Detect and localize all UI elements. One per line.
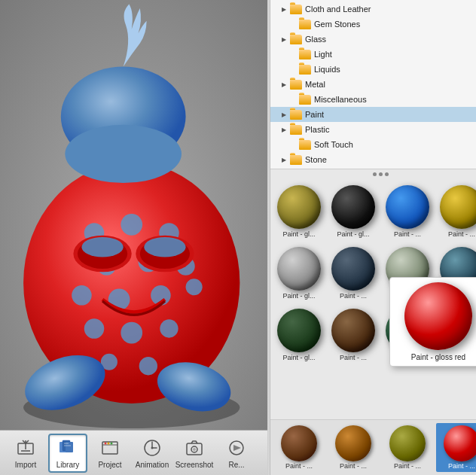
- svg-point-10: [72, 285, 92, 306]
- material-item-3[interactable]: Paint - ...: [382, 182, 433, 241]
- tree-item-plastic[interactable]: Plastic: [270, 122, 476, 137]
- tree-item-cloth-leather[interactable]: Cloth and Leather: [270, 2, 476, 17]
- svg-point-38: [105, 443, 107, 445]
- svg-point-21: [81, 237, 123, 257]
- import-button[interactable]: Import: [6, 434, 45, 473]
- library-label: Library: [56, 461, 80, 469]
- screenshot-icon: [183, 437, 206, 459]
- material-item-1[interactable]: Paint - gl...: [273, 182, 325, 241]
- folder-icon-misc: [299, 95, 311, 105]
- materials-bottom-row: Paint - ... Paint - ... Paint - ... Pain…: [273, 423, 476, 472]
- library-button[interactable]: Library: [48, 434, 87, 473]
- material-item-10[interactable]: Paint - ...: [328, 306, 379, 364]
- material-label-1: Paint - gl...: [276, 230, 322, 238]
- dots-bar: [270, 169, 476, 179]
- folder-icon-liquids: [299, 65, 311, 75]
- svg-point-42: [151, 447, 154, 449]
- material-label-4: Paint - ...: [439, 230, 476, 238]
- tree-label-paint: Paint: [305, 110, 324, 119]
- material-item-5[interactable]: Paint - gl...: [273, 244, 325, 303]
- material-ball-6: [331, 247, 375, 291]
- material-label-9: Paint - gl...: [276, 354, 322, 361]
- folder-icon-glass: [290, 35, 302, 44]
- project-icon: [99, 437, 121, 459]
- material-label-6: Paint - ...: [331, 292, 376, 300]
- tree-item-gem[interactable]: Gem Stones: [270, 17, 476, 32]
- import-icon: [14, 437, 37, 459]
- material-ball-3: [386, 185, 429, 229]
- mat-label-15: Paint - ...: [394, 462, 421, 470]
- material-ball-10: [331, 309, 375, 352]
- mat-cell-16[interactable]: Paint - ...: [436, 423, 476, 472]
- project-button[interactable]: Project: [90, 434, 130, 473]
- svg-point-45: [193, 448, 196, 451]
- material-ball-5: [277, 247, 321, 291]
- folder-icon-paint: [290, 110, 302, 120]
- mat-cell-14[interactable]: Paint - ...: [328, 423, 379, 472]
- project-label: Project: [98, 461, 121, 469]
- svg-point-40: [111, 443, 113, 445]
- material-item-6[interactable]: Paint - ...: [328, 244, 379, 303]
- tree-arrow-glass: [279, 35, 288, 44]
- tree-label-gem: Gem Stones: [314, 20, 360, 29]
- library-icon: [56, 437, 79, 459]
- import-label: Import: [15, 461, 36, 469]
- tree-arrow-metal: [279, 80, 288, 89]
- mat-cell-13[interactable]: Paint - ...: [273, 423, 325, 472]
- tree-item-light[interactable]: Light: [270, 47, 476, 62]
- mat-cell-15[interactable]: Paint - ...: [382, 423, 433, 472]
- svg-point-27: [65, 125, 182, 183]
- screenshot-label: Screenshot: [175, 461, 214, 469]
- svg-point-16: [160, 319, 178, 337]
- tree-label-metal: Metal: [305, 80, 325, 89]
- svg-point-39: [108, 443, 110, 445]
- dot-2: [379, 172, 383, 176]
- material-item-9[interactable]: Paint - gl...: [273, 306, 325, 364]
- material-label-10: Paint - ...: [331, 354, 376, 361]
- material-item-4[interactable]: Paint - ...: [436, 182, 476, 241]
- tree-label-glass: Glass: [305, 35, 326, 44]
- svg-point-15: [121, 322, 142, 344]
- material-tree: Cloth and Leather Gem Stones Glass Light…: [270, 0, 476, 169]
- material-ball-2: [331, 185, 375, 229]
- tooltip-label: Paint - gloss red: [411, 353, 465, 361]
- tree-item-stone[interactable]: Stone: [270, 152, 476, 167]
- svg-point-24: [144, 237, 185, 257]
- tree-label-cloth: Cloth and Leather: [305, 5, 371, 14]
- folder-icon-metal: [290, 80, 302, 90]
- mat-ball-15: [389, 425, 426, 461]
- tree-label-liquids: Liquids: [314, 65, 340, 74]
- screenshot-button[interactable]: Screenshot: [175, 434, 214, 473]
- folder-icon-stone: [290, 155, 302, 165]
- dot-1: [373, 172, 377, 176]
- tree-item-glass[interactable]: Glass: [270, 32, 476, 47]
- animation-button[interactable]: Animation: [133, 434, 172, 473]
- mat-label-16: Paint - ...: [448, 462, 475, 470]
- tree-label-stone: Stone: [305, 155, 327, 164]
- tree-item-softtouch[interactable]: Soft Touch: [270, 137, 476, 152]
- render-button[interactable]: Re...: [217, 434, 256, 473]
- tree-arrow-paint: [279, 110, 288, 119]
- tree-item-misc[interactable]: Miscellaneous: [270, 92, 476, 107]
- material-ball-4: [440, 185, 476, 229]
- folder-icon-plastic: [290, 125, 302, 135]
- tree-arrow-stone: [279, 155, 288, 164]
- animation-icon: [141, 437, 163, 459]
- viewport-panel: Import Library: [0, 0, 267, 475]
- mat-ball-16: [444, 425, 476, 461]
- toolbar: Import Library: [0, 430, 267, 475]
- svg-point-18: [139, 357, 157, 375]
- tooltip-card: Paint - gloss red: [389, 277, 476, 367]
- folder-icon-soft: [299, 140, 311, 150]
- tree-item-liquids[interactable]: Liquids: [270, 62, 476, 77]
- tree-item-metal[interactable]: Metal: [270, 77, 476, 92]
- material-item-2[interactable]: Paint - gl...: [328, 182, 379, 241]
- mat-label-14: Paint - ...: [340, 462, 367, 470]
- material-ball-9: [277, 309, 321, 352]
- tree-item-paint[interactable]: Paint: [270, 107, 476, 122]
- mat-ball-14: [335, 425, 371, 461]
- tree-label-soft: Soft Touch: [314, 140, 353, 149]
- folder-icon-gem: [299, 20, 311, 29]
- render-label: Re...: [228, 461, 244, 469]
- mat-label-13: Paint - ...: [285, 462, 313, 470]
